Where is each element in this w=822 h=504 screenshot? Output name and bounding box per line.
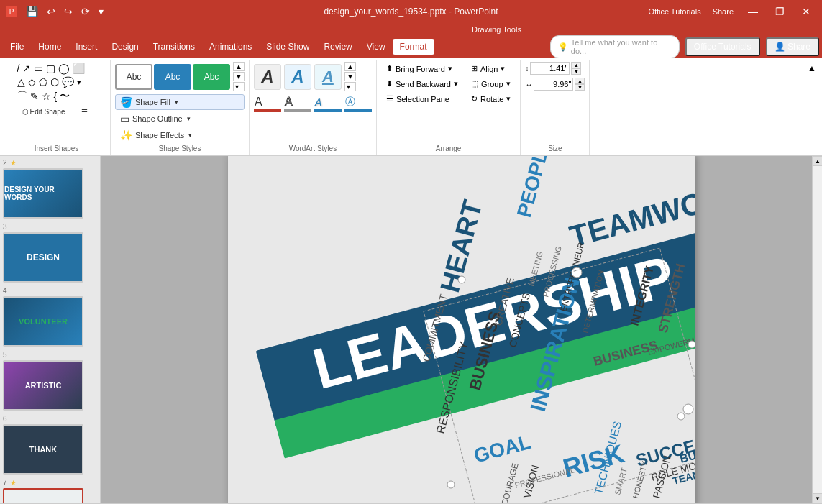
edit-shape-button[interactable]: ⬡ Edit Shape — [17, 106, 70, 118]
slide-thumb-2[interactable]: 2 ★ DESIGN YOUR WORDS — [3, 159, 97, 219]
group-button[interactable]: ⬚ Group ▾ — [466, 77, 516, 91]
shape-expand[interactable]: ▾ — [77, 78, 81, 87]
slide-thumb-5[interactable]: 5 ARTISTIC — [3, 351, 97, 411]
lightbulb-icon: 💡 — [558, 42, 568, 52]
menu-design[interactable]: Design — [104, 39, 145, 55]
slide-img-5[interactable]: ARTISTIC — [3, 360, 83, 411]
slide-thumb-3[interactable]: 3 DESIGN — [3, 223, 97, 283]
slide-img-7[interactable]: LEADERSHIP — [3, 488, 83, 503]
slide-canvas[interactable]: LEADERSHIP TEAMWORK HEART PEOPLE — [228, 156, 695, 503]
styles-more[interactable]: ▾ — [233, 82, 245, 91]
rotate-button[interactable]: ↻ Rotate ▾ — [466, 92, 516, 106]
share-menu-btn[interactable]: 👤 Share — [766, 37, 819, 56]
freeform-shape[interactable]: ✎ — [30, 91, 39, 102]
main-content: 2 ★ DESIGN YOUR WORDS 3 DESIGN 4 VOLUNTE… — [0, 156, 822, 503]
align-button[interactable]: ⊞ Align ▾ — [466, 62, 516, 75]
shape-style-2[interactable]: Abc — [154, 64, 191, 90]
wave-shape[interactable]: 〜 — [60, 90, 70, 103]
menu-format[interactable]: Format — [393, 39, 434, 55]
close-button[interactable]: ✕ — [796, 4, 816, 19]
wordart-style-2[interactable]: A — [284, 64, 311, 90]
width-down-button[interactable]: ▼ — [575, 84, 585, 91]
shape-outline-button[interactable]: ▭ Shape Outline ▾ — [115, 111, 245, 127]
callout-shape[interactable]: 💬 — [62, 76, 74, 88]
menu-transitions[interactable]: Transitions — [146, 39, 202, 55]
text-box-button[interactable]: ☰ — [73, 106, 96, 118]
menu-insert[interactable]: Insert — [68, 39, 104, 55]
slide-img-3[interactable]: DESIGN — [3, 232, 83, 283]
rotate-arrow: ▾ — [506, 94, 511, 104]
text-outline-button[interactable]: A — [284, 96, 311, 109]
wordart-style-3[interactable]: A — [314, 64, 342, 90]
redo-button[interactable]: ↪ — [61, 4, 76, 19]
height-down-button[interactable]: ▼ — [571, 68, 581, 75]
slide-thumb-6[interactable]: 6 THANK — [3, 415, 97, 475]
minimize-button[interactable]: — — [742, 4, 764, 19]
styles-scroll-down[interactable]: ▼ — [233, 72, 245, 81]
wordart-more[interactable]: ▾ — [344, 82, 356, 91]
menu-review[interactable]: Review — [316, 39, 359, 55]
wordart-style-1[interactable]: A — [254, 64, 281, 90]
right-scrollbar[interactable]: ▲ ▼ — [812, 156, 822, 503]
edit-shape-label: Edit Shape — [30, 108, 65, 116]
send-backward-button[interactable]: ⬇ Send Backward ▾ — [381, 77, 463, 91]
slide-img-4[interactable]: VOLUNTEER — [3, 296, 83, 347]
arrow-shape[interactable]: ↗ — [22, 63, 31, 74]
slide-img-6[interactable]: THANK — [3, 424, 83, 475]
shape-more[interactable]: ⬜ — [73, 63, 85, 74]
menu-slideshow[interactable]: Slide Show — [259, 39, 316, 55]
pentagon-shape[interactable]: ⬠ — [39, 76, 47, 88]
rect-shape[interactable]: ▭ — [34, 63, 43, 74]
menu-file[interactable]: File — [3, 39, 31, 55]
triangle-shape[interactable]: △ — [17, 76, 25, 88]
ribbon-collapse-button[interactable]: ▲ — [808, 63, 816, 73]
slide-img-2[interactable]: DESIGN YOUR WORDS — [3, 168, 83, 219]
diamond-shape[interactable]: ◇ — [28, 76, 36, 88]
wordart-scroll-up[interactable]: ▲ — [344, 62, 356, 71]
office-tutorials-button[interactable]: Office Tutorials — [645, 6, 703, 17]
height-input[interactable]: 1.41" — [530, 62, 570, 75]
star-shape[interactable]: ☆ — [42, 91, 51, 102]
share-button[interactable]: Share — [710, 6, 736, 17]
replay-button[interactable]: ⟳ — [78, 4, 93, 19]
width-up-button[interactable]: ▲ — [575, 78, 585, 84]
menu-home[interactable]: Home — [31, 39, 68, 55]
undo-button[interactable]: ↩ — [44, 4, 58, 19]
text-box-icon: ☰ — [81, 108, 88, 116]
oval-shape[interactable]: ◯ — [58, 63, 70, 74]
bring-forward-button[interactable]: ⬆ Bring Forward ▾ — [381, 62, 463, 75]
menu-animations[interactable]: Animations — [202, 39, 259, 55]
shape-style-3[interactable]: Abc — [193, 64, 230, 90]
scroll-track — [813, 166, 822, 493]
customize-button[interactable]: ▾ — [96, 4, 106, 19]
rounded-rect-shape[interactable]: ▢ — [46, 63, 55, 74]
wordart-a3-text: A — [322, 68, 334, 86]
scroll-up-button[interactable]: ▲ — [813, 156, 822, 166]
size-group: ↕ 1.41" ▲ ▼ ↔ 9.96" ▲ ▼ Size — [521, 60, 590, 155]
office-tutorials-menu-btn[interactable]: Office Tutorials — [685, 37, 760, 56]
menu-view[interactable]: View — [360, 39, 393, 55]
send-backward-icon: ⬇ — [386, 79, 393, 88]
shape-style-1[interactable]: Abc — [115, 64, 152, 90]
maximize-button[interactable]: ❐ — [770, 4, 790, 19]
shape-effects-button[interactable]: ✨ Shape Effects ▾ — [115, 127, 245, 143]
wordart-scroll-down[interactable]: ▼ — [344, 72, 356, 81]
arch-shape[interactable]: ⌒ — [17, 90, 27, 103]
slide-thumb-7[interactable]: 7 ★ LEADERSHIP — [3, 479, 97, 503]
height-up-button[interactable]: ▲ — [571, 62, 581, 68]
selection-pane-button[interactable]: ☰ Selection Pane — [381, 92, 463, 106]
line-shape[interactable]: / — [17, 63, 20, 74]
width-input[interactable]: 9.96" — [534, 78, 573, 91]
save-button[interactable]: 💾 — [23, 4, 41, 19]
hexagon-shape[interactable]: ⬡ — [50, 76, 59, 88]
bracket-shape[interactable]: { — [54, 91, 58, 102]
styles-scroll-up[interactable]: ▲ — [233, 62, 245, 71]
shape-fill-button[interactable]: 🪣 Shape Fill ▾ — [115, 94, 245, 110]
slide-thumb-4[interactable]: 4 VOLUNTEER — [3, 287, 97, 347]
text-fill-button[interactable]: A — [254, 96, 281, 109]
text-effects-button[interactable]: A — [314, 96, 342, 109]
text-transform-button[interactable]: Ⓐ — [344, 96, 372, 109]
tell-me-input[interactable]: 💡 Tell me what you want to do... — [550, 35, 680, 58]
rotate-label: Rotate — [480, 95, 503, 104]
scroll-down-button[interactable]: ▼ — [813, 493, 822, 503]
